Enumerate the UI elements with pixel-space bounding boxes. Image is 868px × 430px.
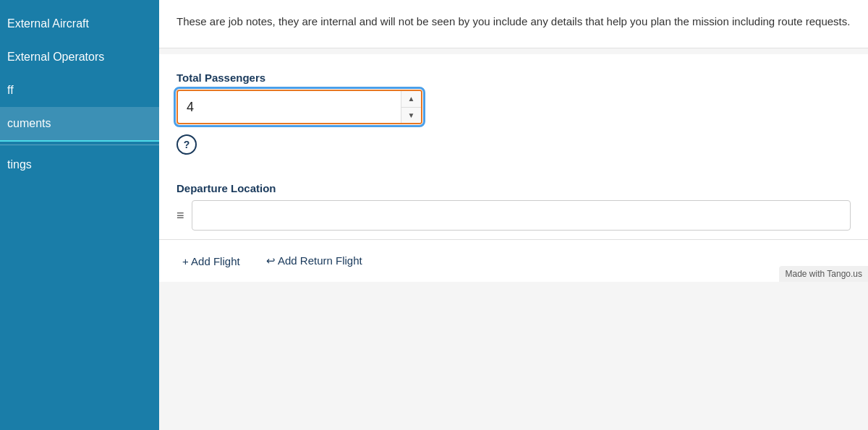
sidebar-item-documents[interactable]: cuments	[0, 107, 159, 142]
passengers-decrement-button[interactable]: ▼	[401, 108, 421, 124]
sidebar-divider	[0, 145, 159, 145]
add-return-flight-button[interactable]: ↩ Add Return Flight	[260, 250, 368, 272]
notes-text: These are job notes, they are internal a…	[176, 13, 851, 30]
sidebar: External Aircraft External Operators ff …	[0, 0, 159, 430]
sidebar-item-staff[interactable]: ff	[0, 74, 159, 107]
sidebar-item-label: External Aircraft	[7, 17, 89, 30]
passengers-input[interactable]	[178, 91, 401, 123]
departure-row: ≡	[176, 200, 851, 231]
departure-input[interactable]	[192, 200, 851, 231]
departure-section: Departure Location ≡	[159, 182, 868, 239]
passengers-increment-button[interactable]: ▲	[401, 91, 421, 108]
sidebar-item-label: tings	[7, 158, 32, 171]
sidebar-item-external-operators[interactable]: External Operators	[0, 40, 159, 74]
add-flight-button[interactable]: + Add Flight	[176, 251, 246, 272]
passengers-section: Total Passengers ▲ ▼ ?	[159, 54, 868, 182]
help-icon-wrapper: ?	[176, 134, 851, 155]
passengers-label: Total Passengers	[176, 72, 851, 84]
passengers-input-wrapper: ▲ ▼	[176, 90, 422, 124]
sidebar-item-settings[interactable]: tings	[0, 148, 159, 181]
main-content: These are job notes, they are internal a…	[159, 0, 868, 430]
help-icon[interactable]: ?	[176, 134, 197, 155]
departure-label: Departure Location	[176, 182, 851, 194]
action-bar: + Add Flight ↩ Add Return Flight Made wi…	[159, 239, 868, 282]
sidebar-item-label: ff	[7, 84, 14, 96]
notes-card: These are job notes, they are internal a…	[159, 0, 868, 48]
drag-handle-icon[interactable]: ≡	[176, 208, 184, 223]
tango-badge: Made with Tango.us	[779, 266, 868, 282]
sidebar-item-external-aircraft[interactable]: External Aircraft	[0, 7, 159, 40]
passengers-spinner: ▲ ▼	[401, 91, 421, 123]
sidebar-item-label: External Operators	[7, 51, 104, 63]
sidebar-item-label: cuments	[7, 117, 51, 129]
